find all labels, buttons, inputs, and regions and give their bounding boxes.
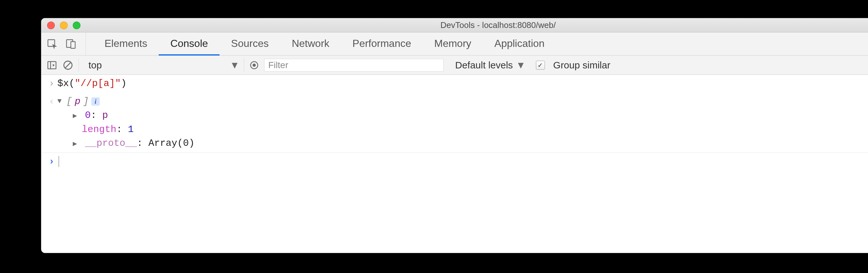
group-similar-label: Group similar <box>553 60 610 71</box>
inspect-element-icon[interactable] <box>46 38 58 50</box>
clear-console-icon[interactable] <box>62 60 73 71</box>
entry-key: 0 <box>85 110 91 121</box>
length-value: 1 <box>128 124 134 135</box>
entry-value: p <box>102 110 108 121</box>
tab-label: Memory <box>434 37 471 50</box>
tab-label: Performance <box>352 37 411 50</box>
chevron-down-icon: ▼ <box>230 60 240 71</box>
console-prompt-input[interactable] <box>57 155 868 169</box>
tab-label: Sources <box>231 37 269 50</box>
titlebar: DevTools - localhost:8080/web/ <box>41 18 868 32</box>
tab-sources[interactable]: Sources <box>220 33 280 56</box>
array-entry[interactable]: 0: p <box>73 109 868 123</box>
panel-tabs: ElementsConsoleSourcesNetworkPerformance… <box>86 32 868 55</box>
array-summary[interactable]: [p] i <box>57 95 868 109</box>
expand-toggle-icon[interactable] <box>57 97 64 107</box>
console-body: › $x("//p[a]") ‹ [p] i 0: p <box>41 75 868 170</box>
expand-toggle-icon[interactable] <box>73 139 79 149</box>
tab-application[interactable]: Application <box>483 33 556 56</box>
info-badge-icon[interactable]: i <box>91 97 100 106</box>
chevron-down-icon: ▼ <box>516 60 526 71</box>
tab-console[interactable]: Console <box>159 33 219 56</box>
array-item-preview: p <box>75 95 81 109</box>
svg-line-7 <box>65 62 71 68</box>
tab-elements[interactable]: Elements <box>93 33 159 56</box>
tabs-bar: ElementsConsoleSourcesNetworkPerformance… <box>41 32 868 56</box>
array-proto-row[interactable]: __proto__: Array(0) <box>73 136 868 151</box>
text-cursor <box>59 156 59 167</box>
svg-marker-5 <box>53 63 55 66</box>
execution-context-select[interactable]: top ▼ <box>84 58 244 72</box>
proto-value: Array(0) <box>148 138 194 149</box>
array-bracket-open: [ <box>66 95 72 109</box>
filter-input[interactable] <box>264 59 444 72</box>
tab-label: Console <box>170 37 208 50</box>
log-levels-label: Default levels <box>455 60 513 71</box>
console-history-input[interactable]: › $x("//p[a]") <box>41 75 868 93</box>
inspect-tools <box>46 32 86 55</box>
tab-label: Application <box>494 37 545 50</box>
svg-rect-2 <box>71 42 75 48</box>
prompt-indicator-icon: › <box>46 155 57 169</box>
length-key: length <box>82 124 116 135</box>
toggle-sidebar-icon[interactable] <box>46 60 57 71</box>
device-toggle-icon[interactable] <box>65 38 76 50</box>
execution-context-label: top <box>89 60 102 71</box>
console-history-text: $x("//p[a]") <box>57 77 868 91</box>
log-levels-select[interactable]: Default levels ▼ <box>449 60 526 71</box>
array-length-row: length: 1 <box>73 123 868 137</box>
live-expression-icon[interactable] <box>249 60 259 70</box>
window-title: DevTools - localhost:8080/web/ <box>41 20 868 30</box>
tab-label: Elements <box>104 37 147 50</box>
proto-key: __proto__ <box>85 138 137 149</box>
group-similar-checkbox[interactable]: ✓ <box>536 61 545 70</box>
console-prompt[interactable]: › <box>41 153 868 171</box>
array-bracket-close: ] <box>83 95 89 109</box>
tab-memory[interactable]: Memory <box>423 33 483 56</box>
tab-network[interactable]: Network <box>280 33 341 56</box>
console-toolbar: top ▼ Default levels ▼ ✓ Group similar <box>41 56 868 75</box>
array-entries: 0: p length: 1 __proto__: Array(0) <box>57 109 868 151</box>
input-indicator-icon: › <box>46 77 57 91</box>
svg-rect-3 <box>48 61 56 69</box>
tab-label: Network <box>292 37 329 50</box>
console-output-body: [p] i 0: p length: 1 __proto__: Array(0) <box>57 95 868 151</box>
tab-performance[interactable]: Performance <box>341 33 423 56</box>
devtools-window: DevTools - localhost:8080/web/ ElementsC… <box>41 18 868 253</box>
console-output[interactable]: ‹ [p] i 0: p length: 1 <box>41 93 868 153</box>
expand-toggle-icon[interactable] <box>73 111 79 121</box>
output-indicator-icon: ‹ <box>46 95 57 109</box>
svg-point-9 <box>253 64 255 66</box>
